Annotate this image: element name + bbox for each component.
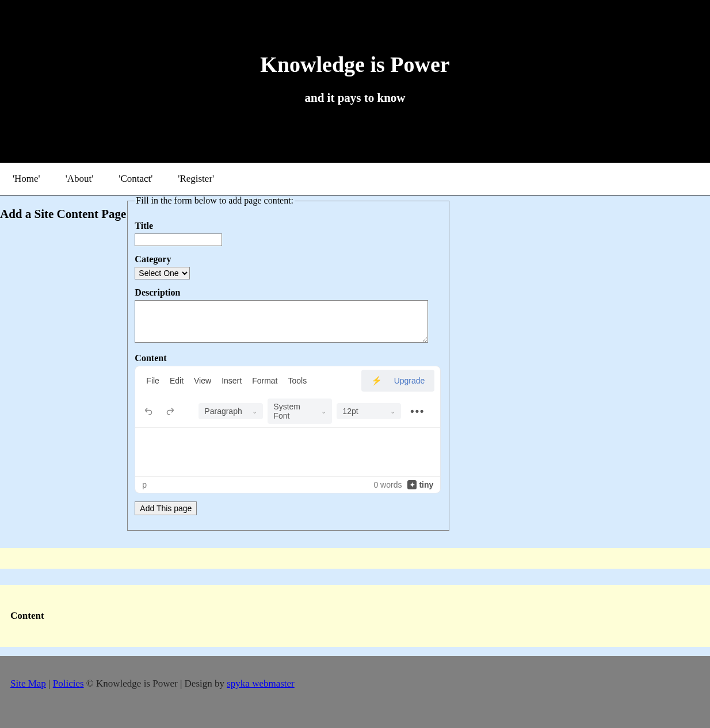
gap — [0, 569, 710, 585]
upgrade-label: Upgrade — [389, 373, 430, 389]
category-label: Category — [135, 254, 442, 265]
nav-about[interactable]: 'About' — [53, 163, 106, 195]
category-select[interactable]: Select One — [135, 267, 190, 279]
font-size-value: 12pt — [342, 407, 358, 416]
menu-insert[interactable]: Insert — [216, 373, 247, 389]
menu-edit[interactable]: Edit — [165, 373, 189, 389]
form-legend: Fill in the form below to add page conte… — [135, 196, 295, 206]
main-nav: 'Home' 'About' 'Contact' 'Register' — [0, 163, 710, 196]
footer-copyright: © Knowledge is Power | Design by — [84, 678, 227, 689]
content-heading: Content — [10, 610, 700, 622]
undo-icon — [144, 406, 154, 416]
editor-toolbar: Paragraph ⌄ System Font ⌄ 12pt ⌄ ••• — [135, 395, 440, 428]
menu-file[interactable]: File — [141, 373, 165, 389]
bolt-icon: ⚡ — [366, 372, 387, 389]
title-label: Title — [135, 221, 442, 231]
menu-format[interactable]: Format — [247, 373, 283, 389]
site-footer: Site Map | Policies © Knowledge is Power… — [0, 656, 710, 728]
font-family-select[interactable]: System Font ⌄ — [268, 399, 332, 424]
nav-contact[interactable]: 'Contact' — [106, 163, 165, 195]
font-size-select[interactable]: 12pt ⌄ — [337, 403, 401, 419]
main-content: Add a Site Content Page Fill in the form… — [0, 196, 710, 548]
menu-view[interactable]: View — [189, 373, 216, 389]
description-label: Description — [135, 288, 442, 298]
policies-link[interactable]: Policies — [53, 678, 84, 689]
nav-home[interactable]: 'Home' — [0, 163, 53, 195]
element-path[interactable]: p — [142, 480, 147, 489]
content-label: Content — [135, 353, 442, 363]
block-format-select[interactable]: Paragraph ⌄ — [199, 403, 263, 419]
undo-button[interactable] — [141, 403, 157, 419]
site-title: Knowledge is Power — [0, 52, 710, 77]
chevron-down-icon: ⌄ — [321, 408, 326, 415]
word-count: 0 words — [373, 480, 402, 489]
editor-statusbar: p 0 words ✦ tiny — [135, 476, 440, 493]
rich-text-editor: File Edit View Insert Format Tools ⚡ Upg… — [135, 366, 441, 493]
chevron-down-icon: ⌄ — [390, 408, 395, 415]
add-page-button[interactable]: Add This page — [135, 501, 197, 515]
site-header: Knowledge is Power and it pays to know — [0, 0, 710, 163]
upgrade-button[interactable]: ⚡ Upgrade — [361, 370, 435, 392]
site-subtitle: and it pays to know — [0, 91, 710, 105]
font-family-value: System Font — [273, 402, 315, 420]
block-format-value: Paragraph — [204, 407, 242, 416]
chevron-down-icon: ⌄ — [252, 408, 257, 415]
redo-icon — [165, 406, 175, 416]
designer-link[interactable]: spyka webmaster — [227, 678, 295, 689]
nav-register[interactable]: 'Register' — [165, 163, 227, 195]
description-textarea[interactable] — [135, 300, 428, 343]
title-input[interactable] — [135, 233, 222, 246]
tiny-label: tiny — [419, 480, 433, 489]
more-toolbar-button[interactable]: ••• — [406, 405, 429, 417]
tiny-brand[interactable]: ✦ tiny — [407, 480, 433, 489]
add-page-fieldset: Fill in the form below to add page conte… — [127, 196, 449, 531]
menu-tools[interactable]: Tools — [283, 373, 312, 389]
sitemap-link[interactable]: Site Map — [10, 678, 46, 689]
editor-canvas[interactable] — [135, 428, 440, 476]
footer-sep: | — [46, 678, 53, 689]
yellow-strip — [0, 548, 710, 569]
tiny-icon: ✦ — [407, 480, 417, 489]
editor-menubar: File Edit View Insert Format Tools ⚡ Upg… — [135, 366, 440, 395]
redo-button[interactable] — [162, 403, 178, 419]
gap — [0, 647, 710, 656]
page-title: Add a Site Content Page — [0, 196, 127, 221]
content-sidebar: Content — [0, 585, 710, 647]
